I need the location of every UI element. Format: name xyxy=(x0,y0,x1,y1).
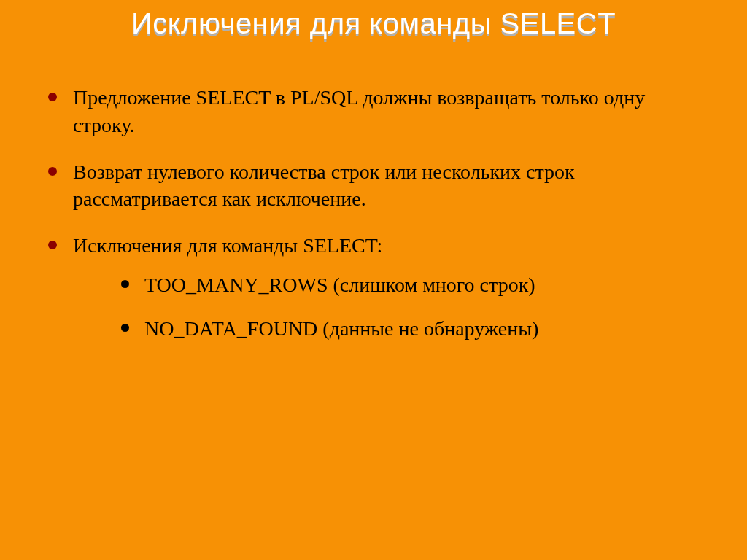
slide-body: Предложение SELECT в PL/SQL должны возвр… xyxy=(42,84,705,362)
sub-bullet-item: TOO_MANY_ROWS (слишком много строк) xyxy=(117,271,705,299)
sub-bullet-item: NO_DATA_FOUND (данные не обнаружены) xyxy=(117,315,705,343)
bullet-text: Возврат нулевого количества строк или не… xyxy=(73,160,575,211)
slide: Исключения для команды SELECT Исключения… xyxy=(0,0,747,560)
slide-title: Исключения для команды SELECT xyxy=(0,7,747,40)
sub-bullet-text: TOO_MANY_ROWS (слишком много строк) xyxy=(144,273,535,296)
bullet-item: Исключения для команды SELECT: TOO_MANY_… xyxy=(42,232,705,342)
sub-bullet-list: TOO_MANY_ROWS (слишком много строк) NO_D… xyxy=(117,271,705,343)
bullet-text: Исключения для команды SELECT: xyxy=(73,234,382,257)
bullet-text: Предложение SELECT в PL/SQL должны возвр… xyxy=(73,86,645,136)
bullet-list: Предложение SELECT в PL/SQL должны возвр… xyxy=(42,84,705,343)
bullet-item: Возврат нулевого количества строк или не… xyxy=(42,158,705,214)
slide-title-wrap: Исключения для команды SELECT Исключения… xyxy=(0,7,747,40)
bullet-item: Предложение SELECT в PL/SQL должны возвр… xyxy=(42,84,705,139)
sub-bullet-text: NO_DATA_FOUND (данные не обнаружены) xyxy=(144,317,538,340)
